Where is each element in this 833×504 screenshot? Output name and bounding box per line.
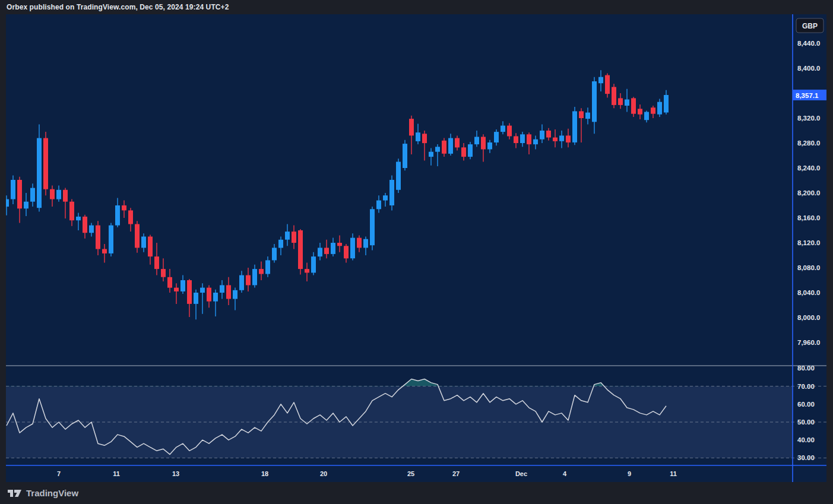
candle-body xyxy=(187,280,192,304)
rsi-axis-label: 30.00 xyxy=(797,454,815,461)
candle-body xyxy=(298,230,303,269)
candle-body xyxy=(69,202,74,221)
candle-body xyxy=(442,141,446,154)
candle-body xyxy=(376,201,381,210)
publish-attribution-text: Orbex published on TradingView.com, Dec … xyxy=(7,0,229,14)
candle-body xyxy=(363,239,368,248)
candle-body xyxy=(167,277,172,288)
tradingview-brand-link[interactable]: TradingView xyxy=(8,482,78,504)
price-axis-label: 8,240.0 xyxy=(797,164,820,172)
candle-body xyxy=(233,290,237,299)
candle-body xyxy=(17,180,22,208)
candle-body xyxy=(37,138,42,208)
price-axis-label: 8,000.0 xyxy=(797,314,820,321)
price-axis-label: 8,200.0 xyxy=(797,189,820,196)
time-axis-label: 11 xyxy=(670,470,677,477)
candle-body xyxy=(357,238,362,248)
candle-body xyxy=(370,209,375,245)
price-axis-label: 8,080.0 xyxy=(797,264,820,271)
candle-body xyxy=(174,288,179,291)
candle-body xyxy=(259,269,264,274)
candle-body xyxy=(527,134,531,144)
candle-body xyxy=(30,188,35,202)
candle-body xyxy=(389,180,394,205)
candle-body xyxy=(618,98,623,105)
candle-body xyxy=(265,260,270,274)
candle-body xyxy=(487,142,492,150)
candle-body xyxy=(598,77,603,84)
candle-body xyxy=(435,147,440,151)
candle-body xyxy=(331,243,335,254)
candle-body xyxy=(572,111,577,142)
candle-body xyxy=(422,134,427,143)
candle-body xyxy=(416,132,420,141)
candle-body xyxy=(396,162,401,190)
candle-body xyxy=(109,226,113,253)
page: Orbex published on TradingView.com, Dec … xyxy=(0,0,833,504)
candle-body xyxy=(481,137,486,150)
time-axis-label: 25 xyxy=(407,470,414,477)
candle-body xyxy=(272,248,277,260)
candle-body xyxy=(128,210,133,224)
time-axis-label: 11 xyxy=(113,470,120,477)
candle-body xyxy=(148,237,153,257)
candle-body xyxy=(318,248,322,256)
time-axis-label: Dec xyxy=(515,470,527,477)
candle-body xyxy=(194,293,198,304)
candle-body xyxy=(455,138,460,148)
time-axis-label: 20 xyxy=(320,470,327,477)
candle-body xyxy=(63,190,68,202)
candle-body xyxy=(585,113,590,119)
chart-canvas[interactable]: 8,440.08,400.08,360.08,320.08,280.08,240… xyxy=(6,14,826,482)
time-axis-label: 4 xyxy=(563,470,567,477)
candle-body xyxy=(403,144,407,168)
candle-body xyxy=(579,111,584,118)
tradingview-brand-text: TradingView xyxy=(26,488,78,498)
price-axis-label: 7,960.0 xyxy=(797,339,820,346)
price-axis-label: 8,040.0 xyxy=(797,289,820,296)
time-axis-label: 13 xyxy=(172,470,179,477)
rsi-axis-label: 40.00 xyxy=(797,436,815,443)
candle-body xyxy=(89,226,94,233)
candle-body xyxy=(409,119,414,135)
candle-body xyxy=(161,269,166,277)
tradingview-logo-icon xyxy=(8,488,22,499)
candle-body xyxy=(429,152,433,157)
candle-body xyxy=(226,285,231,299)
candle-body xyxy=(533,140,538,144)
price-axis-label: 8,320.0 xyxy=(797,115,820,122)
candle-body xyxy=(592,81,597,122)
candle-body xyxy=(520,134,525,143)
candle-body xyxy=(566,135,571,142)
candle-body xyxy=(24,202,28,209)
candle-body xyxy=(207,288,211,302)
price-axis-label: 8,120.0 xyxy=(797,239,820,246)
time-axis-label: 18 xyxy=(261,470,268,477)
time-axis-label: 9 xyxy=(628,470,631,477)
candle-body xyxy=(494,132,499,142)
candle-body xyxy=(553,138,558,141)
candle-body xyxy=(239,275,244,290)
candle-body xyxy=(638,109,642,114)
rsi-axis-label: 50.00 xyxy=(797,419,815,426)
candle-body xyxy=(6,199,9,207)
candle-body xyxy=(96,226,100,249)
candle-body xyxy=(651,107,655,114)
rsi-axis-label: 60.00 xyxy=(797,401,815,408)
candle-body xyxy=(200,288,205,293)
candle-body xyxy=(305,269,309,272)
candle-body xyxy=(278,240,283,248)
candle-body xyxy=(605,75,610,94)
candle-body xyxy=(102,249,107,253)
candle-body xyxy=(501,126,505,132)
rsi-axis-label: 80.00 xyxy=(797,364,815,372)
candle-body xyxy=(141,237,146,248)
candle-body xyxy=(625,100,629,106)
candle-body xyxy=(612,87,616,105)
price-axis-label: 8,440.0 xyxy=(797,40,820,47)
candle-body xyxy=(50,189,55,199)
candle-body xyxy=(344,246,349,258)
candle-body xyxy=(311,256,316,272)
candle-body xyxy=(324,248,329,254)
time-axis-label: 7 xyxy=(57,470,61,477)
